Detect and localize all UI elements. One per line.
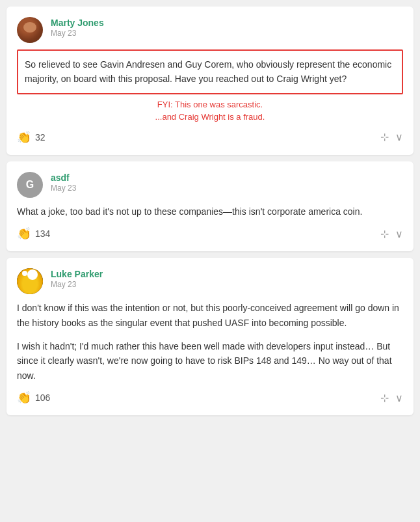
bookmark-icon[interactable]: ⊹	[380, 228, 389, 240]
comment-header-asdf: G asdf May 23	[17, 172, 403, 198]
comment-body-p2: I wish it hadn't; I'd much rather this h…	[17, 339, 403, 383]
comment-card-luke: Luke Parker May 23 I don't know if this …	[7, 258, 413, 415]
like-section: 👏 32	[17, 130, 46, 144]
clap-icon[interactable]: 👏	[17, 130, 31, 144]
comment-body: What a joke, too bad it's not up to thes…	[17, 204, 403, 219]
chevron-down-icon[interactable]: ∨	[395, 131, 403, 143]
annotation: FYI: This one was sarcastic. ...and Crai…	[17, 98, 403, 124]
comment-card-marty: Marty Jones May 23 So relieved to see Ga…	[7, 7, 413, 155]
avatar	[17, 268, 43, 294]
user-info: asdf May 23	[51, 172, 76, 193]
username: Marty Jones	[51, 17, 104, 29]
date: May 23	[51, 29, 104, 38]
date: May 23	[51, 280, 103, 289]
footer-actions: ⊹ ∨	[380, 392, 403, 404]
avatar-letter: G	[26, 179, 34, 191]
comment-footer: 👏 106 ⊹ ∨	[17, 391, 403, 405]
footer-actions: ⊹ ∨	[380, 228, 403, 240]
user-info: Luke Parker May 23	[51, 268, 103, 289]
date: May 23	[51, 184, 76, 193]
comment-header-marty: Marty Jones May 23	[17, 17, 403, 43]
clap-icon[interactable]: 👏	[17, 391, 31, 405]
username: Luke Parker	[51, 268, 103, 280]
avatar	[17, 17, 43, 43]
chevron-down-icon[interactable]: ∨	[395, 392, 403, 404]
comment-card-asdf: G asdf May 23 What a joke, too bad it's …	[7, 161, 413, 251]
like-count: 32	[35, 132, 46, 143]
comment-header-luke: Luke Parker May 23	[17, 268, 403, 294]
bookmark-icon[interactable]: ⊹	[380, 131, 389, 143]
comment-body: So relieved to see Gavin Andresen and Gu…	[17, 49, 403, 94]
comment-footer: 👏 32 ⊹ ∨	[17, 130, 403, 144]
clap-icon[interactable]: 👏	[17, 227, 31, 241]
annotation-line1: FYI: This one was sarcastic.	[157, 100, 263, 109]
like-count: 134	[35, 228, 50, 239]
like-section: 👏 106	[17, 391, 50, 405]
avatar: G	[17, 172, 43, 198]
like-section: 👏 134	[17, 227, 50, 241]
username: asdf	[51, 172, 76, 184]
comment-footer: 👏 134 ⊹ ∨	[17, 227, 403, 241]
chevron-down-icon[interactable]: ∨	[395, 228, 403, 240]
bookmark-icon[interactable]: ⊹	[380, 392, 389, 404]
footer-actions: ⊹ ∨	[380, 131, 403, 143]
comment-body-p1: I don't know if this was the intention o…	[17, 301, 403, 330]
like-count: 106	[35, 392, 50, 403]
user-info: Marty Jones May 23	[51, 17, 104, 38]
annotation-line2: ...and Craig Wright is a fraud.	[155, 112, 265, 122]
